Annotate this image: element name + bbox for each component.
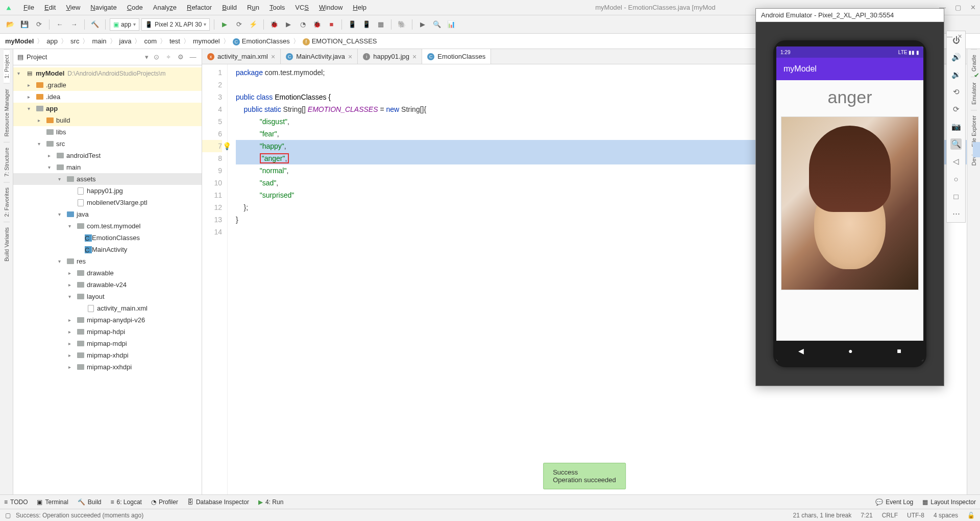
device-selector[interactable]: 📱Pixel 2 XL API 30▾ [141, 18, 210, 31]
status-enc[interactable]: UTF-8 [907, 512, 924, 519]
forward-icon[interactable]: → [68, 18, 80, 31]
bottom-run[interactable]: ▶ 4: Run [258, 499, 283, 506]
emu-home-icon[interactable]: ○ [950, 173, 962, 184]
emu-close-icon[interactable]: ✕ [958, 33, 962, 40]
gutter-device-explorer[interactable]: Device File Explorer [971, 110, 977, 171]
status-box-icon[interactable]: ▢ [5, 512, 11, 519]
menu-analyze[interactable]: Analyze [148, 3, 182, 12]
project-structure-icon[interactable]: 📊 [445, 18, 457, 31]
tree-java[interactable]: ▾java [13, 208, 202, 220]
tree-mip-xxh[interactable]: ▸mipmap-xxhdpi [13, 361, 202, 373]
bottom-db[interactable]: 🗄 Database Inspector [187, 499, 249, 506]
gutter-favorites[interactable]: 2: Favorites [4, 182, 10, 222]
menu-code[interactable]: Code [122, 3, 148, 12]
tree-emotionclasses[interactable]: CEmotionClasses [13, 232, 202, 244]
emulator-window[interactable]: Android Emulator - Pixel_2_XL_API_30:555… [755, 8, 944, 386]
bottom-event-log[interactable]: 💬 Event Log [875, 499, 913, 506]
avd-icon[interactable]: 📱 [346, 18, 358, 31]
rotate-right-icon[interactable]: ⟳ [950, 104, 962, 115]
tree-layout[interactable]: ▾layout [13, 291, 202, 302]
menu-help[interactable]: Help [348, 3, 372, 12]
search-icon[interactable]: 🔍 [431, 18, 443, 31]
tree-mip-h[interactable]: ▸mipmap-hdpi [13, 326, 202, 338]
status-indent[interactable]: 4 spaces [934, 512, 958, 519]
attach-debugger-icon[interactable]: 🐞 [311, 18, 323, 31]
status-eol[interactable]: CRLF [882, 512, 898, 519]
close-tab-icon[interactable]: × [412, 53, 416, 61]
status-lock-icon[interactable]: 🔓 [967, 512, 975, 519]
lightbulb-icon[interactable]: 💡 [223, 140, 231, 152]
crumb-app[interactable]: app [46, 37, 58, 45]
tree-pkg[interactable]: ▾com.test.mymodel [13, 220, 202, 232]
bottom-logcat[interactable]: ≡ 6: Logcat [111, 499, 142, 506]
tree-app[interactable]: ▾app [13, 103, 202, 114]
emu-overview-icon[interactable]: □ [950, 191, 962, 202]
tree-mainactivity[interactable]: CMainActivity [13, 244, 202, 255]
make-icon[interactable]: 🔨 [89, 18, 101, 31]
maximize-icon[interactable]: ▢ [955, 4, 961, 11]
save-icon[interactable]: 💾 [18, 18, 31, 31]
tree-gradle[interactable]: ▸.gradle [13, 79, 202, 91]
coverage-icon[interactable]: ▶ [282, 18, 295, 31]
run-config-selector[interactable]: ▣app▾ [110, 18, 139, 31]
tab-activity-main[interactable]: xactivity_main.xml× [202, 49, 281, 64]
menu-navigate[interactable]: Navigate [85, 3, 121, 12]
crumb-class[interactable]: CEmotionClasses [233, 37, 290, 45]
crumb-main[interactable]: main [92, 37, 106, 45]
menu-vcs[interactable]: VCS [290, 3, 314, 12]
tree-mip-m[interactable]: ▸mipmap-mdpi [13, 338, 202, 349]
menu-tools[interactable]: Tools [264, 3, 290, 12]
crumb-field[interactable]: fEMOTION_CLASSES [303, 37, 377, 45]
close-tab-icon[interactable]: × [348, 53, 352, 61]
volume-down-icon[interactable]: 🔉 [950, 69, 962, 80]
tree-res[interactable]: ▾res [13, 255, 202, 267]
tree-mip-xh[interactable]: ▸mipmap-xhdpi [13, 349, 202, 361]
sdk-icon[interactable]: 📱 [360, 18, 373, 31]
crumb-src[interactable]: src [70, 37, 79, 45]
tree-build[interactable]: ▸build [13, 114, 202, 126]
volume-up-icon[interactable]: 🔊 [950, 52, 962, 63]
menu-run[interactable]: Run [242, 3, 264, 12]
menu-refactor[interactable]: Refactor [182, 3, 217, 12]
tree-main[interactable]: ▾main [13, 161, 202, 173]
gutter-project[interactable]: 1: Project [4, 49, 10, 83]
apply-code-icon[interactable]: ⚡ [247, 18, 259, 31]
gear-icon[interactable]: ⚙ [176, 53, 185, 62]
nav-back-icon[interactable]: ◀ [798, 347, 804, 355]
tree-mip-any[interactable]: ▸mipmap-anydpi-v26 [13, 314, 202, 326]
resource-icon[interactable]: ▦ [375, 18, 387, 31]
menu-build[interactable]: Build [217, 3, 242, 12]
run-icon[interactable]: ▶ [218, 18, 231, 31]
tree-src[interactable]: ▾src [13, 138, 202, 150]
gutter-resource-manager[interactable]: Resource Manager [4, 83, 10, 142]
select-opened-icon[interactable]: ⊙ [152, 53, 161, 62]
tree-drawable24[interactable]: ▸drawable-v24 [13, 279, 202, 291]
status-pos[interactable]: 7:21 [861, 512, 872, 519]
rotate-left-icon[interactable]: ⟲ [950, 86, 962, 98]
open-icon[interactable]: 📂 [4, 18, 16, 31]
tree-root[interactable]: ▾▤myModelD:\Android\AndroidStudioProject… [13, 67, 202, 79]
close-icon[interactable]: ✕ [970, 4, 976, 11]
crumb-mymodel[interactable]: mymodel [193, 37, 220, 45]
hide-icon[interactable]: — [188, 53, 198, 62]
profile-icon[interactable]: ◔ [297, 18, 309, 31]
tab-emotionclasses[interactable]: CEmotionClasses [422, 49, 491, 64]
bottom-build[interactable]: 🔨 Build [78, 499, 102, 506]
gutter-structure[interactable]: 7: Structure [4, 142, 10, 182]
crumb-project[interactable]: myModel [5, 37, 34, 45]
stop-icon[interactable]: ■ [325, 18, 337, 31]
nav-home-icon[interactable]: ● [848, 347, 852, 355]
tree-model[interactable]: mobilenetV3large.ptl [13, 197, 202, 208]
menu-edit[interactable]: Edit [39, 3, 61, 12]
menu-view[interactable]: View [61, 3, 85, 12]
tab-mainactivity[interactable]: CMainActivity.java× [281, 49, 358, 64]
crumb-com[interactable]: com [144, 37, 157, 45]
sync-gradle-icon[interactable]: 🐘 [396, 18, 408, 31]
emu-back-icon[interactable]: ◁ [950, 156, 962, 167]
tree-assets[interactable]: ▾assets [13, 173, 202, 185]
menu-window[interactable]: Window [314, 3, 348, 12]
gutter-build-variants[interactable]: Build Variants [4, 222, 10, 267]
nav-recent-icon[interactable]: ■ [897, 347, 901, 355]
bottom-terminal[interactable]: ▣ Terminal [37, 499, 68, 506]
emulator-window-icon[interactable]: ▶ [416, 18, 429, 31]
